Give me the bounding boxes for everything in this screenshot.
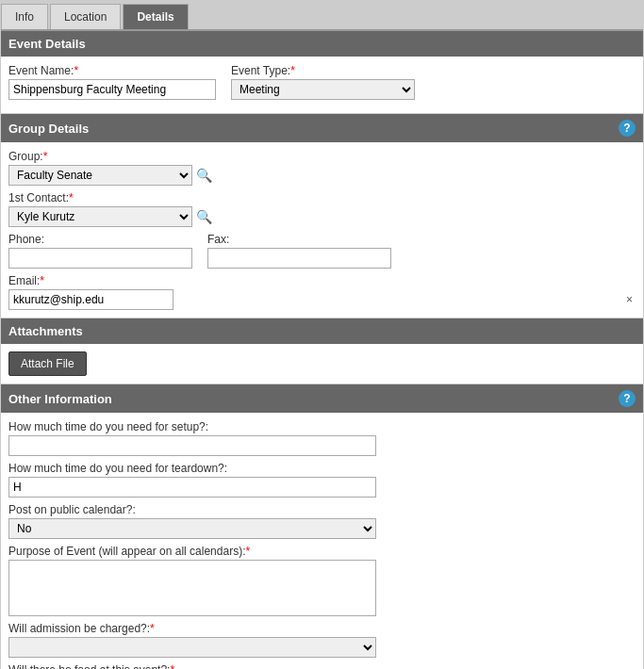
tab-bar: Info Location Details [1, 1, 643, 31]
teardown-input[interactable] [8, 477, 376, 498]
event-type-label: Event Type:* [231, 64, 415, 77]
attachments-body: Attach File [1, 344, 643, 384]
food-label: Will there be food at this event?:* [8, 663, 636, 669]
email-wrapper: × [8, 289, 636, 310]
admission-select[interactable]: Yes No [8, 637, 376, 658]
attachments-header: Attachments [1, 318, 643, 344]
group-search-button[interactable]: 🔍 [196, 168, 212, 183]
phone-field: Phone: [8, 233, 192, 269]
setup-field: How much time do you need for setup?: [8, 420, 636, 456]
email-field-container: Email:* × [8, 274, 636, 310]
event-details-header: Event Details [1, 31, 643, 57]
contact-select[interactable]: Kyle Kurutz John Smith Jane Doe [8, 206, 192, 227]
fax-label: Fax: [207, 233, 391, 246]
admission-label: Will admission be charged?:* [8, 622, 636, 635]
event-name-label: Event Name:* [8, 64, 216, 77]
phone-input[interactable] [8, 248, 192, 269]
group-details-body: Group:* Faculty Senate Student Senate Ad… [1, 142, 643, 318]
teardown-field: How much time do you need for teardown?: [8, 462, 636, 498]
event-name-input[interactable] [8, 79, 216, 100]
email-label: Email:* [8, 274, 636, 287]
public-cal-label: Post on public calendar?: [8, 503, 636, 516]
group-label: Group:* [8, 150, 636, 163]
contact-field: 1st Contact:* Kyle Kurutz John Smith Jan… [8, 191, 636, 227]
public-cal-select[interactable]: No Yes [8, 518, 376, 539]
tab-info[interactable]: Info [1, 4, 48, 29]
email-clear-button[interactable]: × [626, 294, 633, 305]
group-details-help-icon[interactable]: ? [619, 120, 636, 137]
admission-field: Will admission be charged?:* Yes No [8, 622, 636, 658]
event-details-body: Event Name:* Event Type:* Meeting Confer… [1, 57, 643, 114]
contact-search-button[interactable]: 🔍 [196, 209, 212, 224]
purpose-label: Purpose of Event (will appear on all cal… [8, 545, 636, 558]
purpose-field: Purpose of Event (will appear on all cal… [8, 545, 636, 616]
public-cal-field: Post on public calendar?: No Yes [8, 503, 636, 539]
phone-fax-row: Phone: Fax: [8, 233, 636, 269]
other-info-header: Other Information ? [1, 384, 643, 413]
fax-input[interactable] [207, 248, 391, 269]
setup-label: How much time do you need for setup?: [8, 420, 636, 433]
group-search-row: Faculty Senate Student Senate Administra… [8, 165, 636, 186]
event-name-row: Event Name:* Event Type:* Meeting Confer… [8, 64, 636, 100]
other-info-help-icon[interactable]: ? [619, 390, 636, 407]
teardown-label: How much time do you need for teardown?: [8, 462, 636, 475]
phone-label: Phone: [8, 233, 192, 246]
setup-input[interactable] [8, 435, 376, 456]
group-details-header: Group Details ? [1, 114, 643, 142]
food-field: Will there be food at this event?:* Yes … [8, 663, 636, 669]
tab-location[interactable]: Location [50, 4, 121, 29]
other-info-body: How much time do you need for setup?: Ho… [1, 413, 643, 669]
contact-label: 1st Contact:* [8, 191, 636, 204]
email-input[interactable] [8, 289, 173, 310]
tab-details[interactable]: Details [123, 4, 188, 29]
attach-file-button[interactable]: Attach File [8, 351, 87, 376]
event-name-field: Event Name:* [8, 64, 216, 100]
fax-field: Fax: [207, 233, 391, 269]
event-type-field: Event Type:* Meeting Conference Workshop… [231, 64, 415, 100]
group-field: Group:* Faculty Senate Student Senate Ad… [8, 150, 636, 186]
event-type-select[interactable]: Meeting Conference Workshop Seminar Othe… [231, 79, 415, 100]
purpose-textarea[interactable] [8, 560, 376, 616]
contact-search-row: Kyle Kurutz John Smith Jane Doe 🔍 [8, 206, 636, 227]
group-select[interactable]: Faculty Senate Student Senate Administra… [8, 165, 192, 186]
